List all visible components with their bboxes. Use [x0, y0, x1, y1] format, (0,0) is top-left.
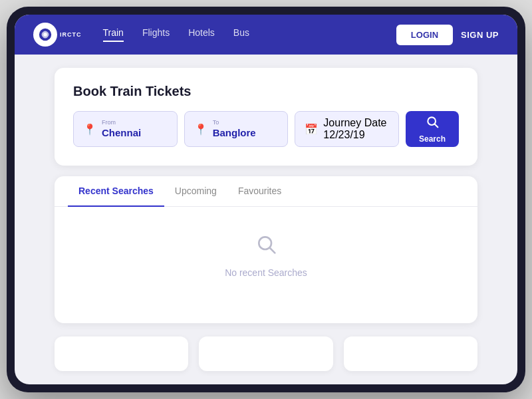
- bottom-card-2: [199, 336, 332, 371]
- from-field: From Chennai: [102, 119, 141, 139]
- from-label: From: [102, 119, 141, 126]
- booking-card: Book Train Tickets 📍 From Chennai 📍 To: [55, 68, 477, 166]
- main-content: Book Train Tickets 📍 From Chennai 📍 To: [15, 55, 517, 384]
- search-button[interactable]: Search: [406, 111, 459, 147]
- from-location-icon: 📍: [83, 123, 96, 136]
- bottom-card-1: [55, 336, 188, 371]
- date-field: Journey Date 12/23/19: [323, 117, 389, 141]
- date-label: Journey Date: [323, 117, 386, 128]
- to-field: To Banglore: [213, 119, 256, 139]
- login-button[interactable]: LOGIN: [396, 25, 453, 45]
- to-input-group[interactable]: 📍 To Banglore: [184, 111, 289, 147]
- to-location-icon: 📍: [194, 123, 207, 136]
- from-input-group[interactable]: 📍 From Chennai: [73, 111, 178, 147]
- bottom-cards-row: [55, 336, 477, 371]
- empty-text: No recent Searches: [225, 267, 307, 278]
- search-button-label: Search: [419, 134, 446, 144]
- tabs-card: Recent Searches Upcoming Favourites No r…: [55, 176, 477, 323]
- date-input-group[interactable]: 📅 Journey Date 12/23/19: [295, 111, 399, 147]
- device-frame: IRCTC Train Flights Hotels Bus LOGIN SIG…: [7, 7, 525, 392]
- nav-hotels[interactable]: Hotels: [188, 27, 215, 42]
- to-label: To: [213, 119, 256, 126]
- tab-favourites[interactable]: Favourites: [227, 176, 292, 207]
- navbar: IRCTC Train Flights Hotels Bus LOGIN SIG…: [15, 15, 517, 55]
- nav-flights[interactable]: Flights: [142, 27, 170, 42]
- screen: IRCTC Train Flights Hotels Bus LOGIN SIG…: [15, 15, 517, 384]
- bottom-card-3: [344, 336, 477, 371]
- tabs-header: Recent Searches Upcoming Favourites: [55, 176, 477, 207]
- search-row: 📍 From Chennai 📍 To Banglore: [73, 111, 459, 147]
- nav-links: Train Flights Hotels Bus: [103, 27, 396, 42]
- logo-icon: [33, 23, 57, 47]
- signup-button[interactable]: SIGN UP: [461, 30, 499, 40]
- tab-upcoming[interactable]: Upcoming: [164, 176, 227, 207]
- logo-text: IRCTC: [60, 31, 82, 38]
- svg-line-3: [435, 124, 438, 127]
- nav-actions: LOGIN SIGN UP: [396, 25, 499, 45]
- booking-title: Book Train Tickets: [73, 84, 459, 99]
- empty-search-icon: [255, 233, 277, 259]
- search-icon: [426, 115, 439, 132]
- tab-recent-searches[interactable]: Recent Searches: [68, 176, 164, 207]
- svg-line-5: [270, 248, 275, 253]
- to-value: Banglore: [213, 127, 256, 138]
- from-value: Chennai: [102, 127, 141, 138]
- svg-point-1: [43, 33, 47, 37]
- calendar-icon: 📅: [305, 123, 318, 136]
- logo-area: IRCTC: [33, 23, 82, 47]
- date-value: 12/23/19: [323, 129, 364, 140]
- nav-train[interactable]: Train: [103, 27, 124, 42]
- nav-bus[interactable]: Bus: [233, 27, 249, 42]
- tabs-body: No recent Searches: [55, 207, 477, 305]
